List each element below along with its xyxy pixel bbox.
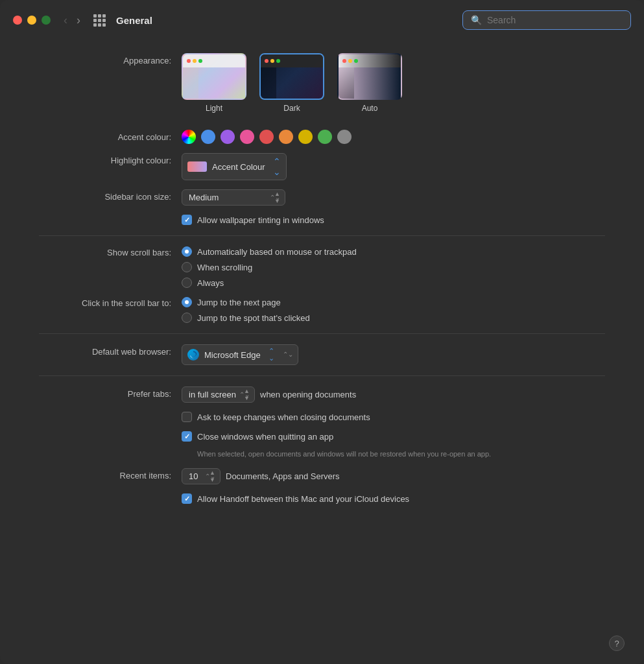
highlight-colour-value: Accent Colour xyxy=(212,162,265,172)
browser-chevron-icon: ⌃⌄ xyxy=(268,348,274,362)
grid-dot xyxy=(93,19,97,22)
highlight-colour-row: Highlight colour: Accent Colour ⌃⌄ xyxy=(39,153,605,180)
accent-colours xyxy=(182,130,352,144)
close-windows-content: ✓ Close windows when quitting an app Whe… xyxy=(182,431,605,459)
search-bar[interactable]: 🔍 xyxy=(462,10,631,30)
default-browser-wrapper: Microsoft Edge ⌃⌄ xyxy=(182,344,298,365)
thumb-inner-dark xyxy=(261,54,323,99)
grid-dot xyxy=(102,14,106,18)
recent-items-select[interactable]: 5 10 15 20 xyxy=(182,468,221,484)
appearance-options: Light xyxy=(182,53,605,117)
prefer-tabs-label: Prefer tabs: xyxy=(39,386,182,399)
scroll-always-label: Always xyxy=(197,278,224,288)
click-scroll-radio-group: Jump to the next page Jump to the spot t… xyxy=(182,297,310,323)
recent-items-select-wrapper: 5 10 15 20 ▲ ▼ xyxy=(182,468,221,484)
close-button[interactable] xyxy=(13,16,22,25)
thumb-inner-auto xyxy=(339,54,401,99)
sidebar-icon-size-label: Sidebar icon size: xyxy=(39,189,182,202)
minimize-button[interactable] xyxy=(27,16,36,25)
forward-button[interactable]: › xyxy=(74,13,83,27)
grid-dot xyxy=(98,14,101,18)
scroll-scrolling-radio[interactable] xyxy=(182,262,192,272)
accent-graphite[interactable] xyxy=(337,130,352,144)
close-windows-spacer xyxy=(39,431,182,434)
grid-icon[interactable] xyxy=(93,14,106,27)
thumb-dot-r xyxy=(187,59,191,63)
appearance-dark-thumb xyxy=(259,53,324,100)
handoff-text: Allow Handoff between this Mac and your … xyxy=(197,494,409,504)
search-icon: 🔍 xyxy=(471,15,482,25)
divider-3 xyxy=(39,375,605,376)
thumb-dot-y3 xyxy=(348,59,352,63)
handoff-checkbox-row[interactable]: ✓ Allow Handoff between this Mac and you… xyxy=(182,493,409,504)
close-windows-text: Close windows when quitting an app xyxy=(197,432,333,442)
click-spot-label: Jump to the spot that's clicked xyxy=(197,313,310,323)
accent-colour-row: Accent colour: xyxy=(39,130,605,144)
appearance-auto-label: Auto xyxy=(362,104,378,113)
wallpaper-tinting-checkbox[interactable]: ✓ xyxy=(182,215,192,225)
show-scroll-bars-content: Automatically based on mouse or trackpad… xyxy=(182,246,605,288)
default-browser-select[interactable]: Microsoft Edge ⌃⌄ xyxy=(182,344,298,365)
wallpaper-tinting-text: Allow wallpaper tinting in windows xyxy=(197,215,324,225)
click-scroll-bar-content: Jump to the next page Jump to the spot t… xyxy=(182,297,605,323)
search-input[interactable] xyxy=(487,15,623,25)
appearance-dark-label: Dark xyxy=(283,104,300,113)
edge-icon xyxy=(187,349,199,361)
default-browser-row: Default web browser: xyxy=(39,344,605,365)
thumb-dot-g xyxy=(198,59,202,63)
click-next-page-radio[interactable] xyxy=(182,297,192,307)
appearance-row: Appearance: xyxy=(39,53,605,117)
checkmark-icon-3: ✓ xyxy=(184,495,190,503)
handoff-spacer xyxy=(39,493,182,496)
close-windows-hint: When selected, open documents and window… xyxy=(182,449,491,459)
accent-purple[interactable] xyxy=(221,130,235,144)
scroll-always-option[interactable]: Always xyxy=(182,278,357,288)
scroll-scrolling-option[interactable]: When scrolling xyxy=(182,262,357,272)
close-windows-checkbox[interactable]: ✓ xyxy=(182,431,192,442)
highlight-preview xyxy=(187,161,207,172)
default-browser-label: Default web browser: xyxy=(39,344,182,357)
appearance-dark[interactable]: Dark xyxy=(259,53,324,113)
recent-items-suffix: Documents, Apps and Servers xyxy=(226,471,340,481)
handoff-checkbox[interactable]: ✓ xyxy=(182,493,192,504)
thumb-dot-y xyxy=(193,59,197,63)
sidebar-icon-size-wrapper: Small Medium Large ▲ ▼ xyxy=(182,189,285,206)
appearance-light[interactable]: Light xyxy=(182,53,246,113)
click-next-page-option[interactable]: Jump to the next page xyxy=(182,297,310,307)
click-next-page-label: Jump to the next page xyxy=(197,298,281,307)
grid-dot xyxy=(93,14,97,18)
click-spot-option[interactable]: Jump to the spot that's clicked xyxy=(182,313,310,323)
ask-keep-changes-row: Ask to keep changes when closing documen… xyxy=(39,412,605,422)
click-scroll-bar-label: Click in the scroll bar to: xyxy=(39,297,182,308)
scroll-auto-radio[interactable] xyxy=(182,246,192,257)
appearance-light-thumb xyxy=(182,53,246,100)
thumb-dot-r2 xyxy=(265,59,268,63)
ask-keep-changes-checkbox-row[interactable]: Ask to keep changes when closing documen… xyxy=(182,412,370,422)
scroll-always-radio[interactable] xyxy=(182,278,192,288)
close-windows-checkbox-row[interactable]: ✓ Close windows when quitting an app xyxy=(182,431,333,442)
maximize-button[interactable] xyxy=(42,16,51,25)
wallpaper-tinting-row: ✓ Allow wallpaper tinting in windows xyxy=(39,215,605,225)
accent-multicolor[interactable] xyxy=(182,130,196,144)
back-button[interactable]: ‹ xyxy=(61,13,70,27)
click-spot-radio[interactable] xyxy=(182,313,192,323)
accent-yellow[interactable] xyxy=(298,130,313,144)
accent-red[interactable] xyxy=(259,130,274,144)
wallpaper-tinting-checkbox-row[interactable]: ✓ Allow wallpaper tinting in windows xyxy=(182,215,324,225)
divider-1 xyxy=(39,235,605,236)
thumb-dot-y2 xyxy=(270,59,274,63)
thumb-dot-g2 xyxy=(276,59,280,63)
highlight-colour-select[interactable]: Accent Colour ⌃⌄ xyxy=(182,153,287,180)
help-button[interactable]: ? xyxy=(609,635,625,651)
svg-point-0 xyxy=(187,349,199,361)
appearance-auto[interactable]: Auto xyxy=(337,53,402,113)
thumb-sidebar-auto xyxy=(339,67,354,99)
ask-keep-changes-checkbox[interactable] xyxy=(182,412,192,422)
accent-blue[interactable] xyxy=(201,130,215,144)
accent-pink[interactable] xyxy=(240,130,254,144)
accent-orange[interactable] xyxy=(279,130,293,144)
scroll-auto-option[interactable]: Automatically based on mouse or trackpad xyxy=(182,246,357,257)
sidebar-icon-size-select[interactable]: Small Medium Large xyxy=(182,189,285,206)
accent-green[interactable] xyxy=(318,130,332,144)
prefer-tabs-select[interactable]: always in full screen never xyxy=(182,386,255,403)
